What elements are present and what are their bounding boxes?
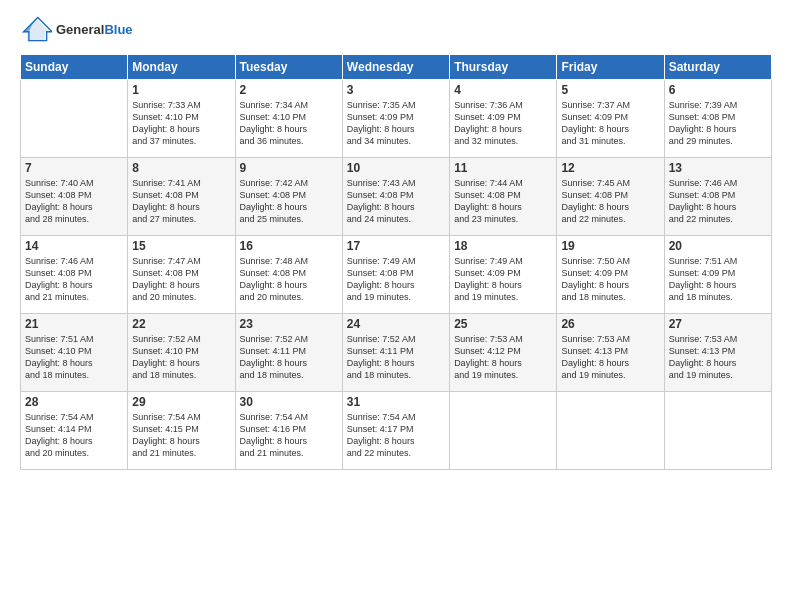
day-info: Sunrise: 7:54 AM Sunset: 4:15 PM Dayligh… — [132, 411, 230, 460]
day-cell — [450, 392, 557, 470]
column-header-wednesday: Wednesday — [342, 55, 449, 80]
day-cell: 7Sunrise: 7:40 AM Sunset: 4:08 PM Daylig… — [21, 158, 128, 236]
day-info: Sunrise: 7:49 AM Sunset: 4:09 PM Dayligh… — [454, 255, 552, 304]
day-number: 3 — [347, 83, 445, 97]
day-cell: 21Sunrise: 7:51 AM Sunset: 4:10 PM Dayli… — [21, 314, 128, 392]
day-number: 20 — [669, 239, 767, 253]
day-cell: 9Sunrise: 7:42 AM Sunset: 4:08 PM Daylig… — [235, 158, 342, 236]
day-cell: 26Sunrise: 7:53 AM Sunset: 4:13 PM Dayli… — [557, 314, 664, 392]
day-cell: 30Sunrise: 7:54 AM Sunset: 4:16 PM Dayli… — [235, 392, 342, 470]
column-header-thursday: Thursday — [450, 55, 557, 80]
day-number: 29 — [132, 395, 230, 409]
day-cell: 2Sunrise: 7:34 AM Sunset: 4:10 PM Daylig… — [235, 80, 342, 158]
day-cell: 5Sunrise: 7:37 AM Sunset: 4:09 PM Daylig… — [557, 80, 664, 158]
day-cell: 17Sunrise: 7:49 AM Sunset: 4:08 PM Dayli… — [342, 236, 449, 314]
day-info: Sunrise: 7:51 AM Sunset: 4:09 PM Dayligh… — [669, 255, 767, 304]
day-cell: 19Sunrise: 7:50 AM Sunset: 4:09 PM Dayli… — [557, 236, 664, 314]
day-number: 31 — [347, 395, 445, 409]
header-row: SundayMondayTuesdayWednesdayThursdayFrid… — [21, 55, 772, 80]
day-info: Sunrise: 7:33 AM Sunset: 4:10 PM Dayligh… — [132, 99, 230, 148]
logo-blue: Blue — [104, 22, 132, 37]
column-header-friday: Friday — [557, 55, 664, 80]
day-info: Sunrise: 7:47 AM Sunset: 4:08 PM Dayligh… — [132, 255, 230, 304]
day-number: 18 — [454, 239, 552, 253]
day-cell: 14Sunrise: 7:46 AM Sunset: 4:08 PM Dayli… — [21, 236, 128, 314]
day-info: Sunrise: 7:50 AM Sunset: 4:09 PM Dayligh… — [561, 255, 659, 304]
column-header-saturday: Saturday — [664, 55, 771, 80]
day-info: Sunrise: 7:43 AM Sunset: 4:08 PM Dayligh… — [347, 177, 445, 226]
day-number: 22 — [132, 317, 230, 331]
day-info: Sunrise: 7:37 AM Sunset: 4:09 PM Dayligh… — [561, 99, 659, 148]
day-info: Sunrise: 7:52 AM Sunset: 4:11 PM Dayligh… — [347, 333, 445, 382]
day-number: 1 — [132, 83, 230, 97]
day-number: 14 — [25, 239, 123, 253]
day-cell: 3Sunrise: 7:35 AM Sunset: 4:09 PM Daylig… — [342, 80, 449, 158]
week-row-1: 1Sunrise: 7:33 AM Sunset: 4:10 PM Daylig… — [21, 80, 772, 158]
day-number: 12 — [561, 161, 659, 175]
column-header-tuesday: Tuesday — [235, 55, 342, 80]
day-info: Sunrise: 7:54 AM Sunset: 4:14 PM Dayligh… — [25, 411, 123, 460]
day-cell: 6Sunrise: 7:39 AM Sunset: 4:08 PM Daylig… — [664, 80, 771, 158]
day-number: 2 — [240, 83, 338, 97]
day-info: Sunrise: 7:45 AM Sunset: 4:08 PM Dayligh… — [561, 177, 659, 226]
day-number: 21 — [25, 317, 123, 331]
day-cell: 10Sunrise: 7:43 AM Sunset: 4:08 PM Dayli… — [342, 158, 449, 236]
column-header-sunday: Sunday — [21, 55, 128, 80]
logo: GeneralBlue — [20, 16, 133, 44]
day-number: 23 — [240, 317, 338, 331]
week-row-5: 28Sunrise: 7:54 AM Sunset: 4:14 PM Dayli… — [21, 392, 772, 470]
week-row-3: 14Sunrise: 7:46 AM Sunset: 4:08 PM Dayli… — [21, 236, 772, 314]
header: GeneralBlue — [20, 16, 772, 44]
day-number: 30 — [240, 395, 338, 409]
day-number: 4 — [454, 83, 552, 97]
day-info: Sunrise: 7:52 AM Sunset: 4:10 PM Dayligh… — [132, 333, 230, 382]
day-cell: 18Sunrise: 7:49 AM Sunset: 4:09 PM Dayli… — [450, 236, 557, 314]
day-number: 24 — [347, 317, 445, 331]
day-cell: 20Sunrise: 7:51 AM Sunset: 4:09 PM Dayli… — [664, 236, 771, 314]
logo-icon — [20, 16, 52, 44]
day-cell: 1Sunrise: 7:33 AM Sunset: 4:10 PM Daylig… — [128, 80, 235, 158]
week-row-2: 7Sunrise: 7:40 AM Sunset: 4:08 PM Daylig… — [21, 158, 772, 236]
day-cell: 28Sunrise: 7:54 AM Sunset: 4:14 PM Dayli… — [21, 392, 128, 470]
day-info: Sunrise: 7:53 AM Sunset: 4:12 PM Dayligh… — [454, 333, 552, 382]
day-info: Sunrise: 7:48 AM Sunset: 4:08 PM Dayligh… — [240, 255, 338, 304]
day-number: 6 — [669, 83, 767, 97]
day-info: Sunrise: 7:35 AM Sunset: 4:09 PM Dayligh… — [347, 99, 445, 148]
day-info: Sunrise: 7:39 AM Sunset: 4:08 PM Dayligh… — [669, 99, 767, 148]
day-cell: 27Sunrise: 7:53 AM Sunset: 4:13 PM Dayli… — [664, 314, 771, 392]
day-info: Sunrise: 7:36 AM Sunset: 4:09 PM Dayligh… — [454, 99, 552, 148]
day-info: Sunrise: 7:46 AM Sunset: 4:08 PM Dayligh… — [669, 177, 767, 226]
day-cell: 15Sunrise: 7:47 AM Sunset: 4:08 PM Dayli… — [128, 236, 235, 314]
day-cell: 11Sunrise: 7:44 AM Sunset: 4:08 PM Dayli… — [450, 158, 557, 236]
day-number: 13 — [669, 161, 767, 175]
day-cell: 25Sunrise: 7:53 AM Sunset: 4:12 PM Dayli… — [450, 314, 557, 392]
day-number: 11 — [454, 161, 552, 175]
day-cell: 22Sunrise: 7:52 AM Sunset: 4:10 PM Dayli… — [128, 314, 235, 392]
week-row-4: 21Sunrise: 7:51 AM Sunset: 4:10 PM Dayli… — [21, 314, 772, 392]
logo-text: GeneralBlue — [56, 22, 133, 38]
day-number: 5 — [561, 83, 659, 97]
day-cell: 29Sunrise: 7:54 AM Sunset: 4:15 PM Dayli… — [128, 392, 235, 470]
day-info: Sunrise: 7:34 AM Sunset: 4:10 PM Dayligh… — [240, 99, 338, 148]
day-number: 19 — [561, 239, 659, 253]
day-number: 15 — [132, 239, 230, 253]
day-cell — [557, 392, 664, 470]
calendar-page: GeneralBlue SundayMondayTuesdayWednesday… — [0, 0, 792, 612]
day-info: Sunrise: 7:54 AM Sunset: 4:17 PM Dayligh… — [347, 411, 445, 460]
day-number: 25 — [454, 317, 552, 331]
day-number: 28 — [25, 395, 123, 409]
day-number: 26 — [561, 317, 659, 331]
logo-general: General — [56, 22, 104, 37]
day-number: 27 — [669, 317, 767, 331]
day-info: Sunrise: 7:53 AM Sunset: 4:13 PM Dayligh… — [561, 333, 659, 382]
day-info: Sunrise: 7:52 AM Sunset: 4:11 PM Dayligh… — [240, 333, 338, 382]
day-info: Sunrise: 7:53 AM Sunset: 4:13 PM Dayligh… — [669, 333, 767, 382]
day-cell: 31Sunrise: 7:54 AM Sunset: 4:17 PM Dayli… — [342, 392, 449, 470]
day-number: 7 — [25, 161, 123, 175]
day-number: 10 — [347, 161, 445, 175]
day-number: 9 — [240, 161, 338, 175]
calendar-table: SundayMondayTuesdayWednesdayThursdayFrid… — [20, 54, 772, 470]
day-number: 17 — [347, 239, 445, 253]
day-cell — [664, 392, 771, 470]
day-cell: 8Sunrise: 7:41 AM Sunset: 4:08 PM Daylig… — [128, 158, 235, 236]
